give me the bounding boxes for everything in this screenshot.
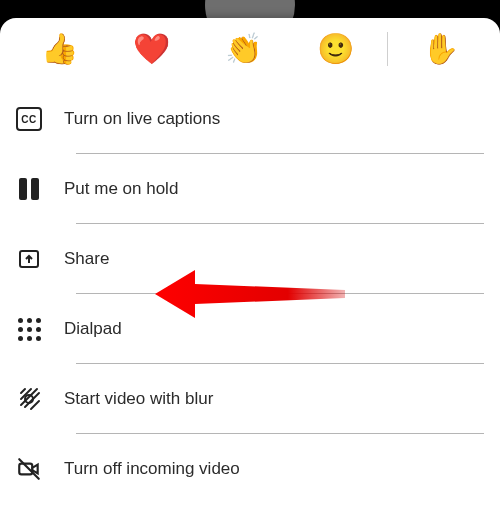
menu-label: Put me on hold [64, 179, 178, 199]
menu-label: Turn on live captions [64, 109, 220, 129]
menu-item-incoming-video-off[interactable]: Turn off incoming video [16, 434, 484, 504]
menu-item-blur[interactable]: Start video with blur [16, 364, 484, 434]
menu-item-captions[interactable]: CC Turn on live captions [16, 84, 484, 154]
reaction-heart[interactable]: ❤️ [106, 28, 198, 70]
menu-label: Turn off incoming video [64, 459, 240, 479]
reaction-clap[interactable]: 👏 [198, 28, 290, 70]
cc-icon: CC [16, 106, 42, 132]
share-icon [16, 246, 42, 272]
menu-item-share[interactable]: Share [16, 224, 484, 294]
reaction-thumb[interactable]: 👍 [14, 28, 106, 70]
menu-label: Start video with blur [64, 389, 213, 409]
blur-icon [16, 386, 42, 412]
dialpad-icon [16, 316, 42, 342]
menu-label: Share [64, 249, 109, 269]
reaction-raise-hand[interactable]: ✋ [394, 28, 486, 70]
reaction-smile[interactable]: 🙂 [289, 28, 381, 70]
menu: CC Turn on live captions Put me on hold [0, 84, 500, 504]
menu-label: Dialpad [64, 319, 122, 339]
reaction-bar: 👍 ❤️ 👏 🙂 ✋ [0, 18, 500, 84]
menu-item-dialpad[interactable]: Dialpad [16, 294, 484, 364]
menu-item-hold[interactable]: Put me on hold [16, 154, 484, 224]
reaction-separator [387, 32, 388, 66]
call-more-menu-sheet: 👍 ❤️ 👏 🙂 ✋ CC Turn on live captions Pu [0, 18, 500, 517]
video-off-icon [16, 456, 42, 482]
pause-icon [16, 176, 42, 202]
